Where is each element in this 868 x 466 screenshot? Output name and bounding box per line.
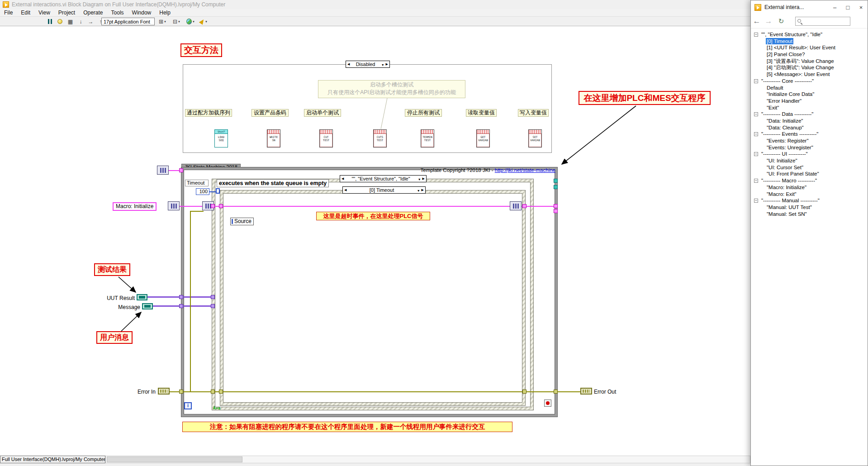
api-vi-icon[interactable]: WRITESN — [267, 129, 280, 147]
menu-edit[interactable]: Edit — [17, 9, 34, 17]
highlight-execution-button[interactable] — [55, 18, 65, 25]
tree-item[interactable]: [0] Timeout — [751, 38, 868, 45]
refresh-icon[interactable]: ↻ — [774, 17, 788, 25]
forward-arrow-icon[interactable]: → — [763, 17, 774, 26]
distribute-objects-button[interactable]: ⊟▼ — [172, 18, 181, 25]
step-over-button[interactable]: → — [86, 18, 95, 25]
collapse-icon[interactable]: − — [754, 132, 758, 136]
tree-group[interactable]: −"---------- UI ----------" — [751, 151, 868, 157]
tree-item[interactable]: "UI: Initialize" — [751, 157, 868, 164]
api-item-label: 启动单个测试 — [304, 109, 341, 117]
tree-item[interactable]: "Data: Cleanup" — [751, 124, 868, 131]
queue-obtain-icon[interactable] — [157, 166, 169, 175]
menu-help[interactable]: Help — [155, 9, 175, 17]
tree-group[interactable]: −"", "Event Structure", "Idle" — [751, 31, 868, 38]
api-item-label: 读取变量值 — [466, 109, 497, 117]
queue-flush-icon[interactable] — [510, 201, 522, 210]
api-vi-icon[interactable]: SETVARIAB — [528, 129, 542, 147]
uut-result-terminal[interactable] — [137, 294, 147, 300]
scrollbar-thumb[interactable] — [107, 456, 242, 462]
state-machine-link[interactable]: http://jki.net/state-machine — [495, 167, 555, 173]
disable-structure-selector[interactable]: Disabled — [346, 61, 390, 68]
menu-tools[interactable]: Tools — [107, 9, 128, 17]
align-objects-button[interactable]: ⊞▼ — [158, 18, 167, 25]
plc-annotation: 在这里增加PLC和MES交互程序 — [579, 91, 711, 105]
api-vi-icon[interactable]: Short?LOADSEQ — [214, 129, 228, 147]
api-vi-icon[interactable]: GETVARIAB — [476, 129, 490, 147]
tree-group[interactable]: −"---------- Data ----------" — [751, 111, 868, 118]
tree-group[interactable]: −"---------- Macro ----------" — [751, 177, 868, 184]
tree-item[interactable]: [1] <UUT Result>: User Event — [751, 44, 868, 51]
tree-item[interactable]: "Data: Initialize" — [751, 118, 868, 124]
block-diagram-toolbar: ▦↓→↑⊞▼⊟▼▼▼ 17pt Application Font — [0, 17, 868, 26]
error-out-label: Error Out — [594, 389, 616, 395]
tree-item[interactable]: "Exit" — [751, 105, 868, 111]
multi-slot-comment: 启动多个槽位测试 只有使用这个API启动测试才能使用多槽位同步的功能 — [318, 80, 465, 98]
back-arrow-icon[interactable]: ← — [751, 17, 763, 26]
menu-view[interactable]: View — [34, 9, 54, 17]
case-structure[interactable] — [220, 190, 526, 406]
collapse-icon[interactable]: − — [754, 179, 758, 183]
tree-group[interactable]: −"---------- Core ----------" — [751, 78, 868, 85]
maximize-button[interactable]: □ — [841, 0, 854, 14]
api-item-label: 停止所有测试 — [405, 109, 442, 117]
timeout-constant[interactable]: 100 — [196, 188, 209, 195]
search-input[interactable] — [805, 17, 849, 25]
chevron-down-icon — [418, 176, 421, 181]
collapse-icon[interactable]: − — [754, 152, 758, 156]
tree-item[interactable]: Default — [751, 85, 868, 91]
tree-item[interactable]: [3] "设置条码": Value Change — [751, 58, 868, 65]
uut-result-label: UUT Result — [103, 295, 135, 301]
tree-item[interactable]: "Error Handler" — [751, 98, 868, 105]
message-terminal[interactable] — [142, 303, 153, 309]
tree-group[interactable]: −"---------- Events ----------" — [751, 131, 868, 138]
clean-up-diagram-button[interactable]: ▼ — [199, 18, 209, 25]
tree-item[interactable]: "Macro: Exit" — [751, 191, 868, 198]
collapse-icon[interactable]: − — [754, 79, 758, 83]
macro-initialize-constant[interactable]: Macro: Initialize — [113, 202, 157, 211]
tree-item[interactable]: "Macro: Initialize" — [751, 184, 868, 191]
api-vi-icon[interactable]: CUTSTEST — [373, 129, 387, 147]
tree-group[interactable]: −"---------- Manual ----------" — [751, 197, 868, 204]
error-in-terminal[interactable] — [158, 388, 170, 395]
tree-item[interactable]: "UI: Cursor Set" — [751, 164, 868, 171]
menu-window[interactable]: Window — [128, 9, 156, 17]
collapse-icon[interactable]: − — [754, 112, 758, 116]
tree-item[interactable]: "Initialize Core Data" — [751, 91, 868, 98]
font-selector[interactable]: 17pt Application Font — [101, 18, 155, 25]
api-vi-icon[interactable]: CUTTEST — [319, 129, 333, 147]
tree-item[interactable]: "Manual: Set SN" — [751, 211, 868, 218]
tree-item[interactable]: "Manual: UUT Test" — [751, 204, 868, 211]
disable-structure[interactable] — [183, 64, 552, 153]
step-into-button[interactable]: ↓ — [76, 18, 85, 25]
retain-wire-values-button[interactable]: ▦ — [66, 18, 75, 25]
menu-file[interactable]: File — [0, 9, 17, 17]
menu-project[interactable]: Project — [54, 9, 79, 17]
timeout-terminal-icon — [216, 188, 220, 194]
tree-item[interactable]: [5] <Message>: User Event — [751, 71, 868, 78]
tree-item[interactable]: "UI: Front Panel State" — [751, 171, 868, 177]
collapse-icon[interactable]: − — [754, 199, 758, 203]
step-into-icon: ↓ — [80, 19, 82, 25]
tree-item[interactable]: "Events: Unregister" — [751, 144, 868, 151]
menu-operate[interactable]: Operate — [79, 9, 107, 17]
tree-item[interactable]: "Events: Register" — [751, 138, 868, 144]
search-icon — [797, 19, 801, 23]
tree-item[interactable]: [2] Panel Close? — [751, 51, 868, 58]
event-structure-selector[interactable]: "", "Event Structure", "Idle" — [340, 175, 427, 182]
api-vi-icon[interactable]: TERMINTEST — [421, 129, 434, 147]
enqueue-icon[interactable] — [168, 201, 180, 210]
state-navigator-panel: External intera... – □ × ← → ↻ −"", "Eve… — [750, 0, 868, 466]
resize-objects-button[interactable]: ▼ — [186, 18, 195, 25]
pause-button[interactable] — [45, 18, 55, 25]
tree-item[interactable]: [4] "启动测试": Value Change — [751, 64, 868, 71]
case-structure-selector[interactable]: [0] Timeout — [342, 186, 426, 194]
loop-condition-terminal[interactable] — [544, 399, 551, 407]
error-out-terminal[interactable] — [580, 388, 592, 395]
horizontal-scrollbar[interactable] — [105, 456, 750, 463]
minimize-button[interactable]: – — [828, 0, 841, 14]
close-button[interactable]: × — [854, 0, 868, 14]
panel-toolbar: ← → ↻ — [751, 14, 868, 29]
iteration-terminal[interactable]: i — [184, 402, 192, 409]
collapse-icon[interactable]: − — [754, 33, 758, 37]
